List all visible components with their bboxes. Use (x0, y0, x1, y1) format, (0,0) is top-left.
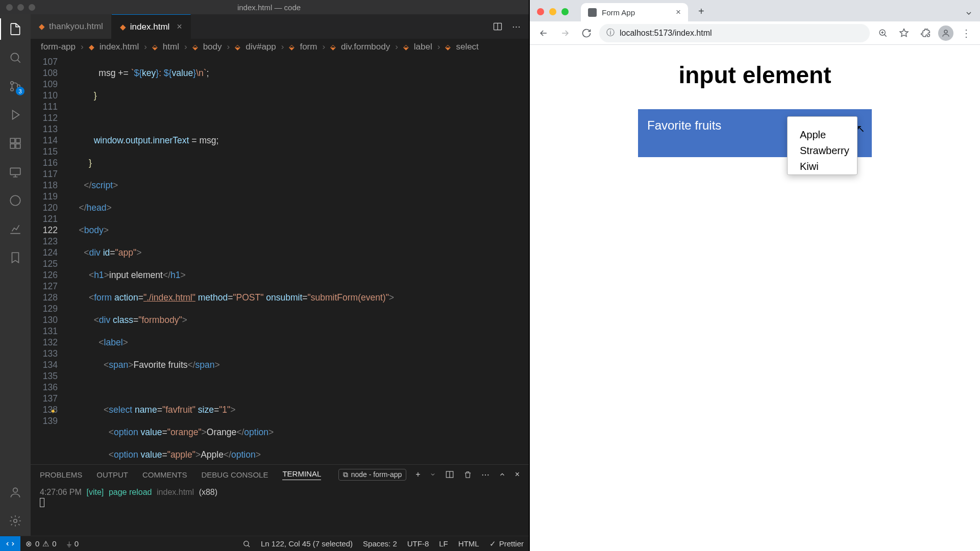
bookmark-icon[interactable] (8, 250, 23, 265)
trash-icon[interactable] (463, 470, 472, 479)
settings-gear-icon[interactable] (8, 513, 23, 529)
more-icon[interactable]: ⋯ (481, 470, 489, 480)
close-panel-icon[interactable]: × (515, 470, 520, 479)
extensions-icon[interactable] (8, 136, 23, 151)
browser-tab[interactable]: Form App × (581, 3, 688, 21)
code-editor[interactable]: 1071081091101111121131141151161171181191… (31, 55, 529, 464)
reload-button[interactable] (578, 24, 595, 42)
status-indent[interactable]: Spaces: 2 (358, 539, 402, 548)
status-formatter[interactable]: ✓ Prettier (484, 539, 529, 548)
back-button[interactable] (535, 24, 552, 42)
new-tab-button[interactable]: + (698, 6, 704, 17)
fruits-label: Favorite fruits (647, 118, 721, 133)
forward-button[interactable] (556, 24, 574, 42)
zoom-icon[interactable] (874, 24, 891, 42)
extensions-puzzle-icon[interactable] (917, 24, 934, 42)
favicon-icon (588, 8, 597, 17)
select-dropdown[interactable]: ✓Orange Apple Strawberry Kiwi (787, 116, 857, 175)
tab-comments[interactable]: COMMENTS (142, 470, 187, 479)
close-icon[interactable]: × (676, 7, 681, 17)
error-icon: ⊗ (26, 539, 32, 548)
terminal-process[interactable]: ⧉node - form-app (338, 469, 407, 481)
svg-point-2 (11, 88, 13, 91)
sparkle-icon: ✦ (50, 406, 56, 417)
add-terminal-icon[interactable]: + (415, 470, 420, 479)
titlebar: index.html — code (0, 0, 529, 14)
traffic-light-close[interactable] (537, 8, 544, 15)
search-status-icon[interactable] (237, 540, 256, 548)
option-orange[interactable]: ✓Orange (788, 117, 857, 128)
site-info-icon[interactable]: ⓘ (606, 28, 615, 38)
svg-point-14 (244, 541, 249, 545)
panel-tabs: PROBLEMS OUTPUT COMMENTS DEBUG CONSOLE T… (31, 465, 529, 484)
svg-point-0 (11, 53, 18, 61)
svg-rect-5 (10, 144, 15, 148)
status-errors[interactable]: ⊗0 ⚠0 (20, 539, 62, 548)
vscode-window: index.html — code 3 ◆thankyou.html ◆inde… (0, 0, 529, 551)
tab-overview-icon[interactable] (965, 9, 973, 17)
chrome-window: Form App × + ⓘ localhost:5173/index.html… (529, 0, 980, 551)
warning-icon: ⚠ (42, 539, 49, 548)
svg-point-11 (14, 519, 17, 523)
breadcrumb[interactable]: form-app› ◆index.html› ⬙html› ⬙body› ⬙di… (31, 39, 529, 55)
chart-icon[interactable] (8, 221, 23, 237)
form-body: Favorite fruits ✓Orange Apple Strawberry… (638, 109, 872, 157)
status-language[interactable]: HTML (453, 539, 484, 548)
svg-rect-6 (16, 144, 20, 148)
box-icon: ⧉ (343, 470, 348, 479)
window-title: index.html — code (9, 3, 529, 12)
terminal-cursor (40, 498, 44, 507)
search-icon[interactable] (8, 50, 23, 65)
code-content[interactable]: msg += `${key}: ${value}\n`; } window.ou… (69, 55, 529, 464)
tab-title: Form App (602, 8, 635, 17)
split-terminal-icon[interactable] (445, 470, 454, 479)
svg-rect-4 (10, 138, 15, 143)
svg-point-10 (13, 488, 18, 492)
activity-bar: 3 (0, 14, 31, 536)
source-control-icon[interactable]: 3 (8, 79, 23, 94)
explorer-icon[interactable] (8, 21, 23, 37)
radio-icon: ⏚ (67, 539, 71, 548)
status-ports[interactable]: ⏚0 (62, 539, 84, 548)
status-encoding[interactable]: UTF-8 (402, 539, 434, 548)
rendered-page: input element Favorite fruits ✓Orange Ap… (530, 45, 980, 551)
traffic-light-min[interactable] (549, 8, 556, 15)
chat-icon[interactable] (8, 193, 23, 208)
tab-output[interactable]: OUTPUT (96, 470, 128, 479)
editor-tabs: ◆thankyou.html ◆index.html× ⋯ (31, 14, 529, 39)
tab-debug-console[interactable]: DEBUG CONSOLE (202, 470, 268, 479)
html-file-icon: ◆ (120, 22, 126, 32)
close-icon[interactable]: × (177, 21, 182, 32)
bottom-panel: PROBLEMS OUTPUT COMMENTS DEBUG CONSOLE T… (31, 464, 529, 536)
bookmark-star-icon[interactable] (895, 24, 913, 42)
split-editor-icon[interactable] (493, 21, 503, 32)
status-cursor-pos[interactable]: Ln 122, Col 45 (7 selected) (256, 539, 358, 548)
chevron-down-icon[interactable] (430, 471, 436, 478)
option-kiwi[interactable]: Kiwi (788, 159, 857, 174)
address-bar[interactable]: ⓘ localhost:5173/index.html (599, 24, 870, 42)
status-eol[interactable]: LF (434, 539, 453, 548)
traffic-light-max[interactable] (561, 8, 569, 15)
tab-thankyou[interactable]: ◆thankyou.html (31, 14, 112, 39)
browser-toolbar: ⓘ localhost:5173/index.html ⋮ (530, 21, 980, 45)
svg-point-16 (944, 30, 947, 33)
run-debug-icon[interactable] (8, 107, 23, 122)
scm-badge: 3 (16, 87, 24, 95)
mouse-cursor-icon: ↖ (856, 122, 865, 135)
profile-avatar[interactable] (938, 26, 953, 41)
svg-point-1 (11, 82, 13, 84)
svg-point-9 (10, 195, 20, 206)
tab-problems[interactable]: PROBLEMS (40, 470, 82, 479)
more-icon[interactable]: ⋯ (512, 21, 521, 32)
remote-icon[interactable] (8, 164, 23, 180)
option-strawberry[interactable]: Strawberry (788, 143, 857, 159)
option-apple[interactable]: Apple (788, 127, 857, 143)
menu-icon[interactable]: ⋮ (958, 24, 975, 42)
terminal-output[interactable]: 4:27:06 PM [vite] page reload index.html… (31, 484, 529, 536)
line-gutter: 1071081091101111121131141151161171181191… (31, 55, 69, 464)
tab-index[interactable]: ◆index.html× (112, 14, 191, 39)
remote-indicator[interactable] (0, 536, 20, 551)
account-icon[interactable] (8, 485, 23, 500)
tab-terminal[interactable]: TERMINAL (282, 469, 321, 480)
chevron-up-icon[interactable] (499, 471, 506, 478)
